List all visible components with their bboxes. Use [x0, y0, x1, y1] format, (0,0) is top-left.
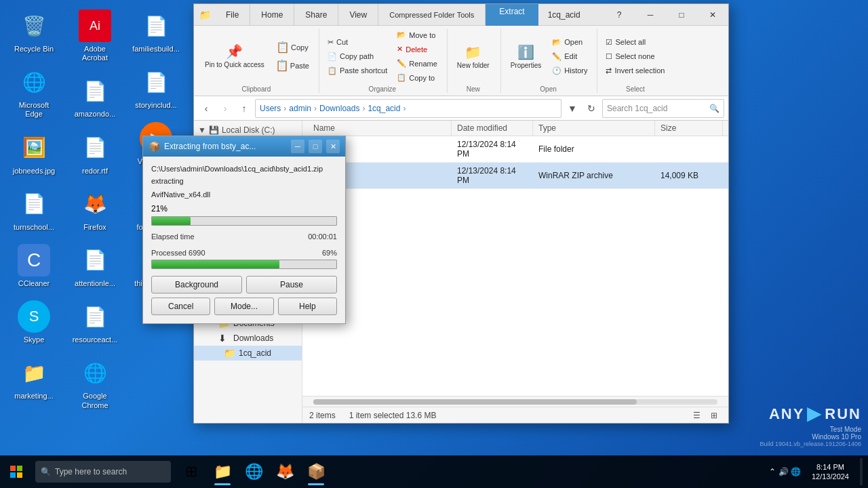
- desktop-icon-families[interactable]: 📄 familiesbuild...: [129, 7, 183, 56]
- minimize-button[interactable]: ─: [635, 4, 666, 26]
- maximize-button[interactable]: □: [666, 4, 697, 26]
- help-button[interactable]: ?: [604, 4, 635, 26]
- nav-1cq-acid[interactable]: 📁 1cq_acid: [194, 346, 302, 361]
- back-button[interactable]: ‹: [198, 100, 214, 117]
- desktop-icon-jobneeds[interactable]: 🖼️ jobneeds.jpg: [7, 129, 61, 178]
- copy-to-button[interactable]: 📋 Copy to: [393, 71, 441, 84]
- elapsed-row: Elapsed time 00:00:01: [151, 232, 337, 241]
- help-dialog-button[interactable]: Help: [278, 298, 337, 315]
- col-name[interactable]: Name: [308, 121, 452, 136]
- new-folder-button[interactable]: 📁 New folder: [452, 41, 495, 72]
- file-date: 12/13/2024 8:14 PM: [457, 140, 528, 159]
- desktop-icon-firefox[interactable]: 🦊 Firefox: [68, 185, 122, 235]
- copy-path-button[interactable]: 📄 Copy path: [323, 50, 391, 63]
- local-disk-header[interactable]: ▼ 💾 Local Disk (C:): [194, 123, 302, 137]
- ribbon-tab-bar: File Home Share View Compressed Folder T…: [215, 4, 538, 26]
- dialog-title-text: Extracting from bsty_ac...: [164, 142, 287, 151]
- properties-button[interactable]: ℹ️ Properties: [505, 41, 547, 72]
- tab-view[interactable]: View: [338, 4, 378, 26]
- desktop-icon-edge[interactable]: 🌐 Microsoft Edge: [7, 63, 61, 121]
- horizontal-scrollbar[interactable]: [302, 396, 728, 407]
- dialog-close-button[interactable]: ✕: [326, 140, 340, 153]
- desktop-icon-recycle-bin[interactable]: 🗑️ Recycle Bin: [7, 7, 61, 56]
- start-button[interactable]: [0, 455, 33, 488]
- pin-to-quick-access-button[interactable]: 📌 Pin to Quick access: [199, 41, 270, 72]
- up-button[interactable]: ↑: [236, 100, 252, 117]
- paste-shortcut-button[interactable]: 📋 Paste shortcut: [323, 64, 391, 77]
- dialog-minimize-button[interactable]: ─: [291, 140, 304, 153]
- breadcrumb-1cq-acid[interactable]: 1cq_acid: [368, 104, 400, 113]
- forward-button[interactable]: ›: [217, 100, 233, 117]
- close-button[interactable]: ✕: [697, 4, 728, 26]
- tab-extract[interactable]: Extract: [486, 4, 538, 26]
- nav-downloads[interactable]: ⬇ Downloads: [194, 331, 302, 346]
- col-date[interactable]: Date modified: [452, 121, 533, 136]
- taskbar-search-bar[interactable]: 🔍 Type here to search: [35, 461, 171, 483]
- desktop-icon-story[interactable]: 📄 storyinclud...: [129, 63, 183, 113]
- dialog-maximize-button[interactable]: □: [309, 140, 322, 153]
- large-icons-button[interactable]: ⊞: [707, 409, 722, 422]
- edge-taskbar-button[interactable]: 🌐: [239, 457, 269, 487]
- taskbar-search-icon: 🔍: [41, 467, 51, 476]
- breadcrumb-users[interactable]: Users: [260, 104, 281, 113]
- file-type-cell: WinRAR ZIP archive: [533, 169, 655, 182]
- details-view-button[interactable]: ☰: [689, 409, 704, 422]
- refresh-button[interactable]: ↻: [583, 100, 599, 117]
- open-button[interactable]: 📂 Open: [548, 36, 591, 49]
- expand-icon: ▼: [198, 125, 206, 135]
- mode-button[interactable]: Mode...: [214, 298, 273, 315]
- cancel-button[interactable]: Cancel: [151, 298, 210, 315]
- col-type[interactable]: Type: [533, 121, 655, 136]
- file-type: WinRAR ZIP archive: [538, 171, 613, 180]
- select-label: Select: [601, 84, 669, 93]
- cut-button[interactable]: ✂ Cut: [323, 36, 391, 49]
- desktop-icon-redor[interactable]: 📄 redor.rtf: [68, 129, 122, 178]
- delete-button[interactable]: ✕ Delete: [393, 43, 441, 56]
- desktop-icon-chrome[interactable]: 🌐 Google Chrome: [68, 354, 122, 412]
- desktop-icon-skype[interactable]: S Skype: [7, 298, 61, 347]
- breadcrumb-admin[interactable]: admin: [289, 104, 311, 113]
- invert-selection-button[interactable]: ⇄ Invert selection: [601, 64, 669, 77]
- tab-file[interactable]: File: [215, 4, 250, 26]
- file-progress-pct-label: 21%: [151, 204, 167, 214]
- tab-share[interactable]: Share: [294, 4, 338, 26]
- paste-button[interactable]: 📋 Paste: [271, 57, 313, 74]
- tab-home[interactable]: Home: [250, 4, 294, 26]
- pause-button[interactable]: Pause: [246, 276, 337, 293]
- move-to-button[interactable]: 📂 Move to: [393, 28, 441, 41]
- breadcrumb-downloads[interactable]: Downloads: [319, 104, 359, 113]
- desktop-icon-marketing[interactable]: 📁 marketing...: [7, 354, 61, 403]
- task-view-button[interactable]: ⊞: [176, 457, 206, 487]
- search-bar[interactable]: Search 1cq_acid 🔍: [602, 99, 724, 118]
- content-panel: Name Date modified Type Size 📁 b... 12/1…: [302, 121, 728, 423]
- copy-button[interactable]: 📋 Copy: [272, 39, 313, 56]
- desktop-icon-resource[interactable]: 📄 resourceact...: [68, 298, 122, 347]
- tab-compressed[interactable]: Compressed Folder Tools: [378, 4, 486, 26]
- desktop-icon-adobe[interactable]: Ai Adobe Acrobat: [68, 7, 122, 65]
- select-all-button[interactable]: ☑ Select all: [601, 36, 669, 49]
- history-button[interactable]: 🕐 History: [548, 64, 591, 77]
- file-explorer-taskbar-button[interactable]: 📁: [208, 457, 237, 487]
- edit-button[interactable]: ✏️ Edit: [548, 50, 591, 63]
- dropdown-button[interactable]: ▼: [564, 100, 580, 117]
- table-row[interactable]: 📁 b... 12/13/2024 8:14 PM File folder: [302, 136, 728, 163]
- show-desktop-button[interactable]: [860, 458, 863, 485]
- background-button[interactable]: Background: [151, 276, 242, 293]
- col-size[interactable]: Size: [655, 121, 723, 136]
- winrar-taskbar-button[interactable]: 📦: [301, 457, 331, 487]
- windows-logo-icon: [10, 466, 22, 478]
- select-none-button[interactable]: ☐ Select none: [601, 50, 669, 63]
- desktop-icon-attention[interactable]: 📄 attentionle...: [68, 241, 122, 291]
- firefox-taskbar-button[interactable]: 🦊: [270, 457, 300, 487]
- search-icon: 🔍: [709, 104, 719, 113]
- desktop-icon-turnschool[interactable]: 📄 turnschool...: [7, 185, 61, 235]
- copy-paste-buttons: 📋 Copy 📋 Paste: [271, 39, 313, 74]
- desktop-icon-amazondo[interactable]: 📄 amazondo...: [68, 72, 122, 121]
- nav-label: Downloads: [233, 333, 273, 343]
- desktop-icon-ccleaner[interactable]: C CCleaner: [7, 241, 61, 291]
- table-row[interactable]: 📦 b... 12/13/2024 8:14 PM WinRAR ZIP arc…: [302, 163, 728, 189]
- svg-rect-2: [10, 472, 16, 478]
- rename-button[interactable]: ✏️ Rename: [393, 57, 441, 70]
- explorer-window-icon: 📁: [199, 9, 211, 20]
- taskbar-clock[interactable]: 8:14 PM 12/13/2024: [806, 462, 854, 482]
